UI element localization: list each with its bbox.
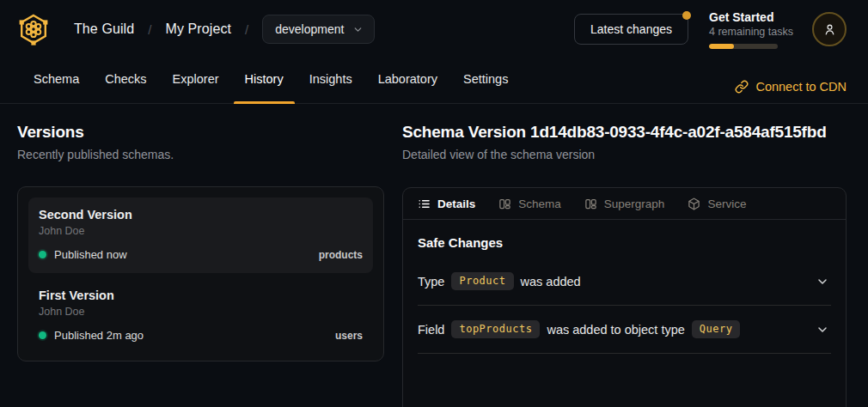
project-nav: Schema Checks Explorer History Insights … bbox=[0, 58, 868, 104]
tab-schema[interactable]: Schema bbox=[22, 58, 90, 103]
chevron-down-icon[interactable] bbox=[816, 323, 829, 337]
person-icon bbox=[822, 22, 837, 37]
change-description: Field topProducts was added to object ty… bbox=[418, 320, 747, 338]
tab-history[interactable]: History bbox=[234, 58, 295, 103]
code-pill: topProducts bbox=[451, 320, 540, 338]
version-status-row: Published 2m ago users bbox=[39, 329, 363, 342]
detail-content: Safe Changes Type Product was added Fiel… bbox=[403, 220, 846, 354]
connect-to-cdn-label: Connect to CDN bbox=[755, 80, 847, 94]
version-service-badge: products bbox=[319, 249, 363, 261]
get-started-progress-fill bbox=[709, 44, 734, 49]
org-name[interactable]: The Guild bbox=[74, 21, 134, 37]
version-status: Published now bbox=[54, 248, 127, 261]
tab-schema-view[interactable]: Schema bbox=[498, 197, 561, 210]
chevron-down-icon bbox=[352, 24, 364, 35]
version-author: John Doe bbox=[39, 306, 363, 318]
versions-panel: Versions Recently published schemas. Sec… bbox=[17, 123, 384, 407]
schema-version-title: Schema Version 1d14db83-0933-4f4c-a02f-a… bbox=[402, 123, 847, 142]
link-icon bbox=[735, 80, 749, 94]
code-pill: Product bbox=[451, 272, 513, 290]
tab-service[interactable]: Service bbox=[688, 197, 746, 210]
schema-version-detail-card: Details Schema Sup bbox=[402, 187, 847, 407]
version-list-item[interactable]: Second Version John Doe Published now pr… bbox=[28, 197, 373, 273]
version-status: Published 2m ago bbox=[54, 329, 144, 342]
safe-changes-heading: Safe Changes bbox=[418, 235, 831, 250]
cube-icon bbox=[688, 197, 700, 210]
latest-changes-label: Latest changes bbox=[590, 22, 672, 36]
tab-schema-label: Schema bbox=[518, 197, 561, 210]
change-description: Type Product was added bbox=[418, 272, 581, 290]
app-header: The Guild / My Project / development Lat… bbox=[0, 0, 868, 58]
version-service-badge: users bbox=[335, 330, 363, 342]
get-started-subtitle: 4 remaining tasks bbox=[709, 26, 792, 38]
tab-checks[interactable]: Checks bbox=[94, 58, 157, 103]
target-select-value: development bbox=[275, 22, 344, 36]
tab-details[interactable]: Details bbox=[418, 197, 475, 210]
change-row[interactable]: Type Product was added bbox=[418, 258, 831, 306]
change-middle: was added bbox=[521, 275, 581, 289]
main-content: Versions Recently published schemas. Sec… bbox=[0, 104, 868, 407]
breadcrumb: The Guild / My Project / development bbox=[17, 13, 375, 46]
nav-tabs: Schema Checks Explorer History Insights … bbox=[22, 58, 519, 103]
breadcrumb-separator: / bbox=[148, 22, 151, 37]
tab-service-label: Service bbox=[707, 197, 746, 210]
user-avatar-button[interactable] bbox=[812, 12, 847, 46]
versions-list-card: Second Version John Doe Published now pr… bbox=[17, 186, 384, 361]
get-started-progress-track bbox=[709, 44, 778, 49]
project-name[interactable]: My Project bbox=[165, 21, 231, 37]
published-status-dot bbox=[39, 331, 46, 339]
columns-icon bbox=[498, 197, 511, 210]
columns-icon bbox=[584, 197, 597, 210]
schema-version-detail-panel: Schema Version 1d14db83-0933-4f4c-a02f-a… bbox=[402, 123, 847, 407]
change-row[interactable]: Field topProducts was added to object ty… bbox=[418, 306, 831, 354]
versions-subtitle: Recently published schemas. bbox=[17, 148, 384, 161]
version-author: John Doe bbox=[39, 225, 363, 237]
guild-hive-logo-icon[interactable] bbox=[17, 13, 50, 46]
connect-to-cdn-link[interactable]: Connect to CDN bbox=[735, 58, 847, 103]
target-select[interactable]: development bbox=[262, 15, 375, 44]
tab-settings[interactable]: Settings bbox=[452, 58, 519, 103]
code-pill: Query bbox=[692, 320, 741, 338]
tab-laboratory[interactable]: Laboratory bbox=[367, 58, 449, 103]
version-name: Second Version bbox=[39, 208, 363, 222]
get-started-widget[interactable]: Get Started 4 remaining tasks bbox=[709, 10, 792, 49]
get-started-title: Get Started bbox=[709, 10, 792, 24]
tab-insights[interactable]: Insights bbox=[298, 58, 364, 103]
versions-title: Versions bbox=[17, 123, 384, 142]
tab-supergraph[interactable]: Supergraph bbox=[584, 197, 665, 210]
tab-supergraph-label: Supergraph bbox=[604, 197, 665, 210]
chevron-down-icon[interactable] bbox=[816, 275, 829, 289]
version-name: First Version bbox=[39, 289, 363, 302]
list-icon bbox=[418, 197, 431, 210]
breadcrumb-separator: / bbox=[245, 22, 248, 37]
version-list-item[interactable]: First Version John Doe Published 2m ago … bbox=[28, 278, 373, 354]
latest-changes-button[interactable]: Latest changes bbox=[574, 14, 688, 45]
tab-explorer[interactable]: Explorer bbox=[162, 58, 230, 103]
header-actions: Latest changes Get Started 4 remaining t… bbox=[574, 10, 847, 49]
change-middle: was added to object type bbox=[547, 323, 684, 337]
tab-details-label: Details bbox=[437, 197, 475, 210]
notification-dot bbox=[682, 11, 691, 20]
change-prefix: Field bbox=[418, 323, 444, 337]
published-status-dot bbox=[39, 251, 46, 258]
schema-version-subtitle: Detailed view of the schema version bbox=[402, 148, 847, 161]
change-prefix: Type bbox=[418, 275, 444, 289]
version-status-row: Published now products bbox=[39, 248, 363, 261]
detail-tabs: Details Schema Sup bbox=[403, 188, 846, 220]
